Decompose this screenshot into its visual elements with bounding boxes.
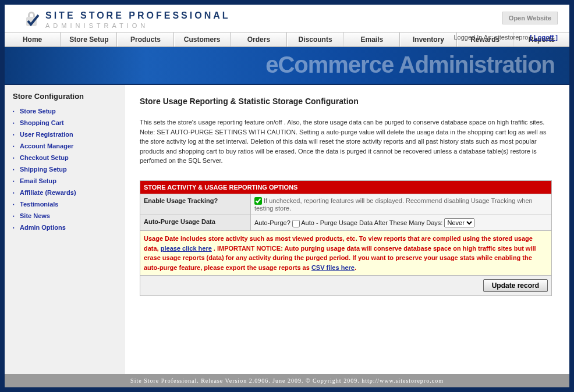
- csv-export-link[interactable]: CSV files here: [311, 264, 355, 271]
- nav-products[interactable]: Products: [117, 33, 173, 47]
- banner: eCommerce Administration: [5, 47, 569, 85]
- sidebar-item-admin-options[interactable]: Admin Options: [13, 222, 119, 233]
- sidebar-item-testimonials[interactable]: Testimonials: [13, 198, 119, 210]
- sidebar-item-email-setup[interactable]: Email Setup: [13, 175, 119, 187]
- auto-purge-prefix: Auto-Purge?: [254, 219, 292, 226]
- options-header: STORE ACTIVITY & USAGE REPORTING OPTIONS: [140, 180, 552, 194]
- app-subtitle: ADMINISTRATION: [45, 22, 231, 29]
- auto-purge-checkbox[interactable]: [292, 220, 300, 227]
- banner-text: eCommerce Administration: [265, 52, 555, 78]
- auto-purge-days-select[interactable]: Never: [444, 218, 474, 227]
- app-title: SITE STORE PROFESSIONAL: [45, 10, 231, 21]
- auto-purge-mid: Auto - Purge Usage Data After These Many…: [301, 219, 444, 226]
- enable-tracking-checkbox[interactable]: [254, 197, 262, 205]
- nav-discounts[interactable]: Discounts: [287, 33, 343, 47]
- sidebar-item-affiliate[interactable]: Affiliate (Rewards): [13, 187, 119, 198]
- sidebar-title: Store Configuration: [13, 92, 119, 101]
- update-record-button[interactable]: Update record: [483, 279, 548, 292]
- nav-store-setup[interactable]: Store Setup: [61, 33, 117, 47]
- sidebar-item-site-news[interactable]: Site News: [13, 210, 119, 222]
- logo-icon: [22, 10, 41, 29]
- sidebar-item-store-setup[interactable]: Store Setup: [13, 105, 119, 117]
- nav-emails[interactable]: Emails: [343, 33, 400, 47]
- sidebar-item-user-registration[interactable]: User Registration: [13, 129, 119, 140]
- usage-notice: Usage Date includes store activity such …: [140, 231, 552, 276]
- page-title: Store Usage Reporting & Statistic Storag…: [140, 97, 552, 106]
- nav-home[interactable]: Home: [5, 33, 61, 47]
- login-info: Logged In As: sitestorepro [ Logoff ]: [453, 34, 558, 41]
- sidebar-item-account-manager[interactable]: Account Manager: [13, 140, 119, 152]
- nav-orders[interactable]: Orders: [231, 33, 287, 47]
- sidebar-item-checkout-setup[interactable]: Checkout Setup: [13, 152, 119, 163]
- enable-tracking-hint: If unchecked, reporting features will be…: [254, 197, 533, 212]
- enable-tracking-label: Enable Usage Tracking?: [140, 194, 251, 215]
- nav-customers[interactable]: Customers: [174, 33, 231, 47]
- nav-inventory[interactable]: Inventory: [400, 33, 456, 47]
- footer: Site Store Professional. Release Version…: [5, 374, 569, 387]
- options-table: STORE ACTIVITY & USAGE REPORTING OPTIONS…: [140, 180, 552, 297]
- logoff-link[interactable]: [ Logoff ]: [530, 34, 558, 41]
- sidebar-item-shopping-cart[interactable]: Shopping Cart: [13, 117, 119, 129]
- sidebar: Store Configuration Store Setup Shopping…: [5, 85, 125, 374]
- auto-purge-label: Auto-Purge Usage Data: [140, 215, 251, 231]
- view-reports-link[interactable]: please click here: [161, 245, 212, 252]
- sidebar-item-shipping-setup[interactable]: Shipping Setup: [13, 163, 119, 175]
- open-website-button[interactable]: Open Website: [502, 12, 558, 24]
- intro-text: This sets the store's usage reporting fe…: [140, 117, 552, 166]
